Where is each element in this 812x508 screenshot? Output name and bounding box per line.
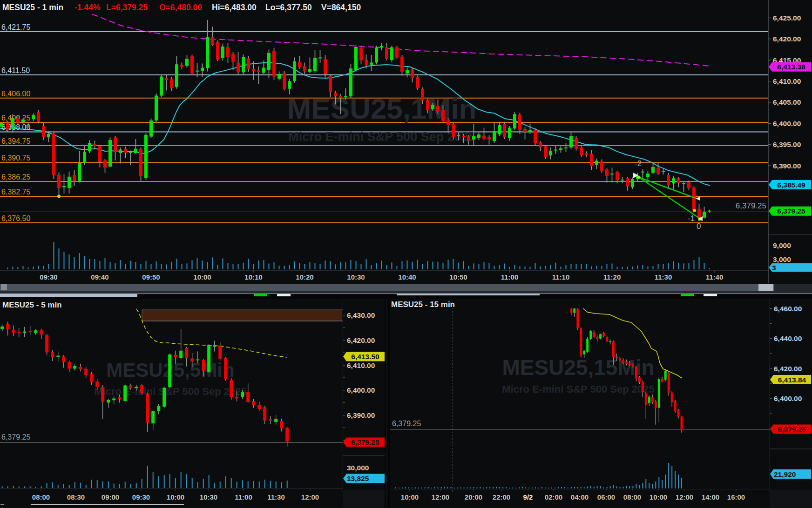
svg-text:6,379.25: 6,379.25 [392,420,421,428]
svg-text:13,825: 13,825 [347,475,369,482]
svg-text:08:00: 08:00 [623,493,641,501]
svg-text:6,379.25: 6,379.25 [777,207,805,215]
svg-text:12:00: 12:00 [676,493,693,501]
svg-text:-2: -2 [635,159,642,168]
svg-text:Micro E-mini S&P 500 Sep 2025: Micro E-mini S&P 500 Sep 2025 [288,130,475,144]
svg-text:6,398.00: 6,398.00 [1,123,30,131]
svg-text:12:00: 12:00 [432,493,449,501]
svg-text:20:00: 20:00 [465,493,482,501]
svg-text:-1: -1 [688,214,695,223]
svg-text:10:30: 10:30 [200,493,217,501]
svg-text:6,410.00: 6,410.00 [773,77,801,85]
svg-text:11:20: 11:20 [603,273,621,281]
svg-text:09:40: 09:40 [91,273,108,281]
svg-text:14:00: 14:00 [702,493,719,501]
svg-text:6,394.75: 6,394.75 [1,137,30,145]
svg-text:10:00: 10:00 [193,273,211,281]
svg-text:10:10: 10:10 [244,273,262,281]
svg-text:Micro E-mini S&P 500 Sep 2025: Micro E-mini S&P 500 Sep 2025 [502,383,654,395]
svg-text:6,406.00: 6,406.00 [1,90,30,98]
svg-text:6,379.25: 6,379.25 [736,201,766,210]
svg-text:10:30: 10:30 [347,273,365,281]
svg-text:9,000: 9,000 [773,241,791,249]
svg-text:6,420.00: 6,420.00 [773,35,801,43]
svg-text:6,405.00: 6,405.00 [773,98,801,106]
svg-text:6,421.75: 6,421.75 [1,23,30,31]
svg-text:11:00: 11:00 [235,493,252,501]
svg-text:11:30: 11:30 [655,273,672,281]
svg-text:11:40: 11:40 [706,273,724,281]
svg-text:6,413.84: 6,413.84 [778,376,806,384]
svg-text:6,420.00: 6,420.00 [347,336,375,344]
svg-text:3: 3 [772,264,776,272]
svg-text:3,000: 3,000 [773,255,791,263]
svg-text:10:00: 10:00 [401,493,419,501]
svg-text:6,413.38: 6,413.38 [777,63,805,71]
svg-text:MESU25 - 5 min: MESU25 - 5 min [2,301,62,309]
svg-text:6,390.00: 6,390.00 [773,162,801,170]
svg-text:04:00: 04:00 [571,493,589,501]
svg-text:6,379.25: 6,379.25 [1,433,30,441]
svg-text:08:00: 08:00 [32,493,50,501]
svg-text:MESU25 - 15 min: MESU25 - 15 min [391,300,455,309]
svg-text:30,000: 30,000 [347,464,369,472]
svg-text:6,430.00: 6,430.00 [347,311,375,319]
svg-text:6,400.00: 6,400.00 [774,394,802,402]
svg-text:08:30: 08:30 [67,493,85,501]
svg-text:6,395.00: 6,395.00 [773,140,801,148]
svg-text:22:00: 22:00 [493,493,510,501]
svg-text:02:00: 02:00 [545,493,562,501]
svg-text:6,460.00: 6,460.00 [774,305,802,313]
svg-text:0: 0 [697,222,701,231]
svg-text:9/2: 9/2 [523,493,533,501]
svg-text:6,425.00: 6,425.00 [773,14,801,22]
svg-text:6,411.50: 6,411.50 [1,67,30,74]
svg-text:06:00: 06:00 [597,493,615,501]
svg-text:6,385.49: 6,385.49 [777,181,805,189]
svg-text:6,410.00: 6,410.00 [347,361,375,369]
svg-text:10:40: 10:40 [398,273,416,281]
svg-text:MESU25 - 1 min-1.44%L=6,379.25: MESU25 - 1 min-1.44%L=6,379.25O=6,480.00… [2,3,361,12]
svg-text:16:00: 16:00 [727,493,745,501]
svg-text:MESU25,15Min: MESU25,15Min [502,355,654,380]
svg-text:6,413.50: 6,413.50 [351,353,379,361]
svg-text:10:00: 10:00 [167,493,184,501]
svg-text:11:10: 11:10 [552,273,570,281]
svg-text:09:50: 09:50 [142,273,160,281]
svg-text:6,400.00: 6,400.00 [347,386,375,394]
svg-text:10:00: 10:00 [650,493,667,501]
svg-text:6,440.00: 6,440.00 [774,334,802,342]
svg-text:6,390.75: 6,390.75 [1,154,30,162]
svg-text:6,386.25: 6,386.25 [1,173,30,181]
svg-text:10:50: 10:50 [449,273,467,281]
svg-text:09:00: 09:00 [102,493,119,501]
svg-text:6,390.00: 6,390.00 [347,411,375,419]
svg-text:10:20: 10:20 [296,273,313,281]
svg-text:6,400.00: 6,400.00 [773,120,801,127]
svg-text:6,382.75: 6,382.75 [1,188,30,196]
svg-text:21,920: 21,920 [774,470,796,478]
svg-text:6,376.50: 6,376.50 [1,214,30,222]
svg-text:6,379.25: 6,379.25 [778,425,806,433]
svg-text:09:30: 09:30 [132,493,150,501]
svg-text:11:30: 11:30 [267,493,285,501]
svg-text:6,420.00: 6,420.00 [774,365,802,373]
svg-text:12:00: 12:00 [301,493,319,501]
svg-text:11:00: 11:00 [501,273,519,281]
svg-text:Micro E-mini S&P 500 Sep 2025: Micro E-mini S&P 500 Sep 2025 [94,386,246,397]
svg-text:09:30: 09:30 [40,273,57,281]
svg-text:6,400.25: 6,400.25 [1,114,30,122]
svg-text:6,379.25: 6,379.25 [351,438,379,446]
